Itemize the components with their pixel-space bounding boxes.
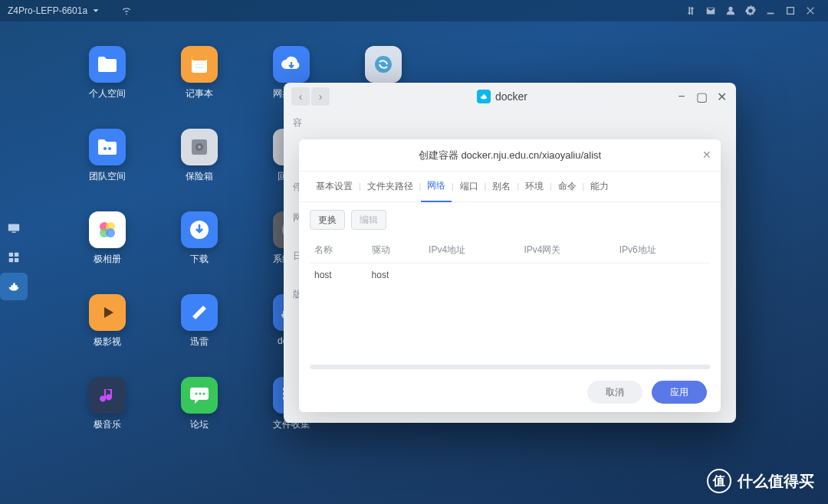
dialog-header: 创建容器 docker.nju.edu.cn/xiaoyaliu/alist ✕ (299, 139, 721, 172)
app-极音乐[interactable]: 极音乐 (61, 377, 153, 453)
tab-环境[interactable]: 环境 (519, 172, 550, 202)
maximize-icon[interactable] (784, 4, 797, 18)
dock-docker[interactable] (0, 273, 28, 300)
wifi-icon[interactable] (120, 4, 133, 18)
tab-端口[interactable]: 端口 (454, 172, 485, 202)
apply-button[interactable]: 应用 (652, 381, 707, 404)
app-label: 极音乐 (94, 418, 121, 431)
tab-命令[interactable]: 命令 (552, 172, 583, 202)
app-团队空间[interactable]: 团队空间 (61, 129, 153, 205)
cloud-down-icon (273, 46, 310, 83)
app-label: 记事本 (186, 87, 213, 100)
chat-icon (181, 377, 218, 414)
folder-icon (89, 46, 126, 83)
minimize-icon[interactable] (764, 4, 777, 18)
col-IPv4网关: IPv4网关 (519, 237, 614, 263)
svg-rect-6 (9, 258, 13, 262)
table-row[interactable]: hosthost (310, 263, 710, 287)
tab-文件夹路径[interactable]: 文件夹路径 (361, 172, 419, 202)
cancel-button[interactable]: 取消 (587, 381, 642, 404)
device-name: Z4Pro-LEFP-6601a (8, 5, 87, 16)
photos-icon (89, 211, 126, 248)
watermark-badge: 值 (707, 469, 731, 493)
bg-tab-hint: 容 (293, 116, 302, 129)
svg-point-31 (199, 393, 202, 395)
svg-point-32 (203, 393, 205, 395)
dialog-footer: 取消 应用 (299, 372, 721, 412)
user-icon[interactable] (724, 4, 738, 18)
edit-button[interactable]: 编辑 (351, 210, 386, 230)
device-selector[interactable]: Z4Pro-LEFP-6601a (8, 5, 101, 16)
folder-team-icon (89, 129, 126, 165)
app-记事本[interactable]: 记事本 (153, 46, 245, 123)
col-驱动: 驱动 (367, 237, 425, 263)
tab-能力[interactable]: 能力 (584, 172, 615, 202)
dialog-toolbar: 更换 编辑 (299, 202, 721, 237)
col-IPv4地址: IPv4地址 (424, 237, 519, 263)
app-个人空间[interactable]: 个人空间 (61, 46, 153, 123)
col-名称: 名称 (310, 237, 367, 263)
play-icon (89, 294, 126, 331)
tab-基本设置[interactable]: 基本设置 (310, 172, 359, 202)
svg-rect-2 (8, 224, 19, 231)
app-label: 个人空间 (89, 87, 126, 100)
app-下载[interactable]: 下载 (153, 211, 245, 288)
app-label: 极影视 (94, 335, 121, 349)
app-label: 极相册 (94, 253, 121, 266)
watermark-text: 什么值得买 (738, 471, 814, 492)
app-label: 迅雷 (190, 335, 209, 349)
svg-rect-9 (192, 56, 207, 61)
dialog-tabs: 基本设置|文件夹路径|网络|端口|别名|环境|命令|能力 (299, 172, 721, 202)
create-container-dialog: 创建容器 docker.nju.edu.cn/xiaoyaliu/alist ✕… (299, 139, 721, 412)
network-table: 名称驱动IPv4地址IPv4网关IPv6地址 hosthost (299, 237, 721, 362)
download-icon (181, 211, 218, 248)
app-label: 下载 (190, 253, 209, 266)
topbar: Z4Pro-LEFP-6601a (0, 0, 828, 21)
music-icon (89, 377, 126, 414)
app-保险箱[interactable]: 保险箱 (153, 129, 245, 205)
svg-rect-5 (15, 253, 18, 257)
safe-icon (181, 129, 218, 165)
transfer-icon[interactable] (684, 4, 698, 18)
svg-point-17 (198, 146, 201, 149)
swift-icon (181, 294, 218, 331)
svg-rect-7 (15, 258, 18, 262)
docker-titlebar: ‹ › docker − ▢ ✕ (284, 83, 736, 110)
app-label: 论坛 (190, 418, 209, 431)
app-极相册[interactable]: 极相册 (61, 211, 153, 288)
watermark: 值 什么值得买 (707, 469, 814, 493)
docker-logo-icon (477, 90, 491, 103)
dock-apps[interactable] (0, 244, 28, 271)
svg-rect-4 (9, 253, 13, 257)
nav-back[interactable]: ‹ (291, 87, 310, 106)
tab-网络[interactable]: 网络 (421, 172, 452, 202)
app-label: 团队空间 (89, 170, 126, 183)
win-maximize[interactable]: ▢ (695, 90, 708, 103)
left-dock (0, 214, 29, 300)
app-迅雷[interactable]: 迅雷 (153, 294, 245, 371)
replace-button[interactable]: 更换 (310, 210, 345, 230)
close-icon[interactable] (803, 4, 817, 18)
refresh-icon (365, 46, 402, 83)
svg-point-12 (375, 56, 392, 73)
win-minimize[interactable]: − (675, 90, 688, 103)
scroll-indicator (310, 365, 710, 369)
dock-desktop[interactable] (0, 214, 28, 242)
svg-rect-1 (787, 8, 794, 15)
tab-别名[interactable]: 别名 (486, 172, 517, 202)
svg-point-14 (108, 147, 111, 150)
docker-window: ‹ › docker − ▢ ✕ 容 停 链接 网 链接 日 链接 版本 链接 … (284, 83, 736, 423)
mail-icon[interactable] (704, 4, 718, 18)
settings-icon[interactable] (744, 4, 757, 18)
win-close[interactable]: ✕ (715, 90, 728, 103)
col-IPv6地址: IPv6地址 (615, 237, 710, 263)
svg-rect-0 (767, 13, 774, 15)
notes-icon (181, 46, 218, 83)
nav-forward[interactable]: › (311, 87, 330, 106)
app-论坛[interactable]: 论坛 (153, 377, 245, 453)
app-label: 保险箱 (186, 170, 213, 183)
svg-point-21 (106, 228, 115, 237)
dialog-close[interactable]: ✕ (702, 149, 711, 161)
svg-point-13 (104, 147, 107, 150)
app-极影视[interactable]: 极影视 (61, 294, 153, 371)
